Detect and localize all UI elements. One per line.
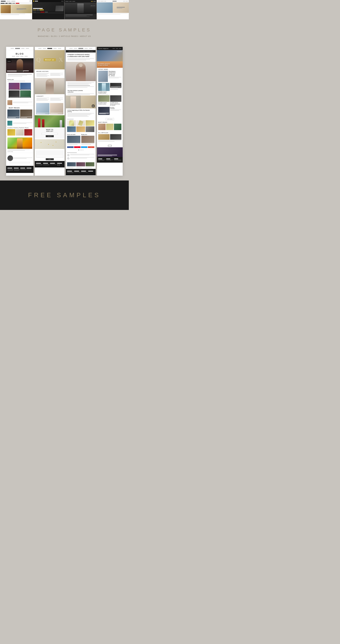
- comment-avatar-1: [67, 154, 70, 156]
- about-nav-logo: [47, 48, 52, 49]
- squise-nav-3: [119, 48, 122, 49]
- about-footer: [35, 161, 64, 168]
- tl-3: [8, 76, 22, 76]
- join-button[interactable]: JOIN US: [46, 135, 54, 137]
- brand-history-title: BRAND HISTORY: [36, 71, 63, 72]
- pg-4[interactable]: [82, 150, 84, 150]
- pg-1[interactable]: [78, 150, 79, 150]
- editors-section: MUST READS: [97, 121, 123, 131]
- must-reads-label: MUST READS: [8, 106, 32, 110]
- fc-line-1: [8, 169, 13, 169]
- gp-btn[interactable]: g+: [88, 146, 94, 148]
- all-articles-btn[interactable]: [108, 145, 112, 146]
- page-samples-subtitle: MAGAZINE / BLOG / 2 ARTICLE PAGES / ABOU…: [3, 36, 126, 37]
- art-fl-2: [67, 173, 74, 173]
- gallery-item-6: [86, 126, 94, 132]
- squise-nav-1: [112, 48, 115, 49]
- page-samples-section: PAGE SAMPLES MAGAZINE / BLOG / 2 ARTICLE…: [0, 19, 129, 44]
- brand-history: BRAND HISTORY: [35, 70, 64, 78]
- contact-textarea[interactable]: [36, 154, 63, 158]
- magazine-mockup: Squise magazine Incredibles picturesof m…: [97, 47, 123, 176]
- squise-logo: Squise magazine: [98, 48, 108, 49]
- ln-headline-1: Ultra-ModernArchitecturalJewelry andGe..…: [108, 71, 122, 76]
- mag-fc-1: [98, 158, 106, 161]
- fresh-section: fresh cool stuff: [67, 134, 80, 145]
- fc-line-8: [20, 170, 26, 170]
- fc-title-2: [14, 168, 19, 168]
- bns-3: [20, 56, 24, 56]
- social-share[interactable]: f P t g+: [66, 146, 96, 148]
- map-dot-4: [53, 145, 53, 146]
- map-dot-1: [41, 142, 41, 143]
- comment-1: [67, 154, 94, 156]
- mockups-container: BLOG Fashion: [0, 44, 129, 180]
- popular-label: POPULAR: [8, 79, 32, 80]
- pagination: [66, 148, 96, 151]
- art-fc-2: [74, 171, 80, 174]
- contact-form: SEND: [35, 150, 64, 161]
- afc-l1: [36, 164, 42, 164]
- na-item-3: [24, 129, 32, 136]
- shot-paper-img: [110, 83, 122, 88]
- join-input[interactable]: [42, 133, 58, 134]
- contact-field-2[interactable]: [36, 152, 63, 154]
- fc-line-5: [14, 170, 20, 170]
- play-icon: ▶: [93, 105, 94, 107]
- latest-news-section: LATEST NEWS Ultra-ModernArchitecturalJew…: [97, 68, 123, 117]
- map-dots: [35, 139, 64, 149]
- pg-2[interactable]: [80, 150, 80, 150]
- subscribe-input[interactable]: [10, 162, 30, 164]
- pop-item-4: [20, 90, 31, 98]
- article-nav: [66, 47, 96, 50]
- pt-btn[interactable]: P: [74, 146, 80, 148]
- fb-btn[interactable]: f: [67, 146, 74, 148]
- really-img: [81, 136, 94, 143]
- footer-col-1: [8, 168, 13, 171]
- bns-4: [24, 56, 28, 56]
- afc-t2: [43, 163, 48, 164]
- creative-label: SUBSCRIBE: [8, 151, 32, 152]
- incredible-right: [110, 83, 122, 94]
- fc-line-3: [8, 170, 13, 171]
- page-samples-title: PAGE SAMPLES: [3, 27, 126, 32]
- afc-l4: [43, 165, 50, 165]
- about-nav-2: [43, 48, 46, 49]
- about-nav-3: [54, 48, 57, 49]
- miro-label: New MiroCampaign: [110, 107, 122, 109]
- really-label: Really nice: [81, 134, 94, 135]
- article-footer-grid: [67, 171, 94, 174]
- tl-2: [8, 75, 27, 76]
- bns-2: [16, 56, 19, 56]
- afc-t4: [57, 163, 62, 164]
- nav-item-3: [26, 48, 29, 49]
- bns-1: [12, 56, 15, 56]
- free-samples-section: FREE SAMPLES: [0, 180, 129, 210]
- free-samples-title: FREE SAMPLES: [3, 192, 126, 199]
- contact-submit[interactable]: SEND: [46, 158, 54, 160]
- load-more-btn[interactable]: LOAD MORE: [106, 118, 114, 120]
- st-img-2: [8, 121, 12, 126]
- incredible-fashion-row: Incredible FashionCreations by Bei...: [98, 83, 122, 94]
- footer-grid: [8, 168, 32, 171]
- incredible-left: Incredible FashionCreations by Bei...: [98, 83, 110, 94]
- pg-3[interactable]: [81, 150, 82, 150]
- gallery-item-5: [76, 126, 85, 132]
- fc-title-1: [8, 168, 12, 168]
- fashion-bw-photo: [35, 78, 64, 94]
- gallery-item-4: [67, 126, 76, 132]
- fresh-img: [67, 136, 80, 143]
- mr-img-2: [110, 134, 122, 140]
- about-fc-3: [50, 163, 56, 166]
- must-reads-mag-label: ALL ARTICLES: [98, 132, 122, 133]
- ln-img-1: [98, 71, 108, 82]
- footer-col-4: [26, 168, 32, 171]
- comment-text-1: [70, 154, 94, 155]
- blog-header: BLOG: [6, 50, 34, 58]
- tw-btn[interactable]: t: [81, 146, 88, 148]
- footer-col-3: [20, 168, 26, 171]
- article-nav-3: [84, 48, 88, 49]
- popular-grid: [8, 82, 32, 98]
- tl-1: [8, 74, 32, 74]
- contact-field-1[interactable]: [36, 150, 63, 152]
- must-reads-mag-grid: [98, 134, 122, 140]
